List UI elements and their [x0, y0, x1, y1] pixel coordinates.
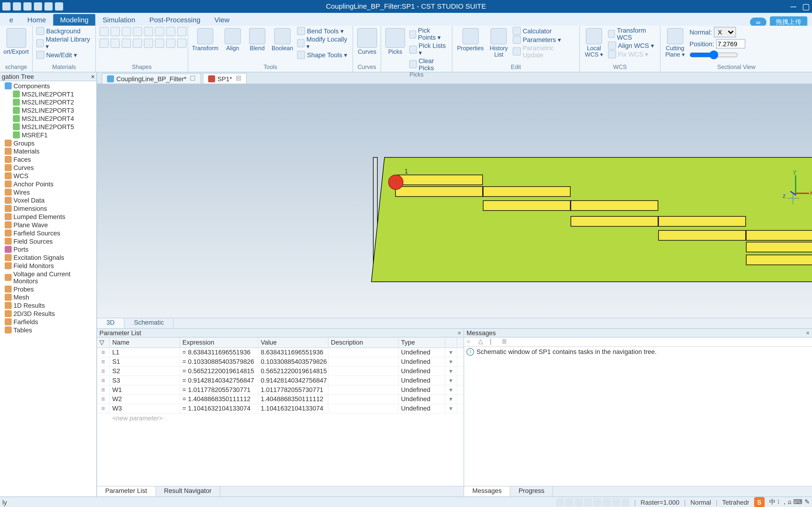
shape-cylinder-icon[interactable]: [122, 27, 131, 36]
local-wcs-button[interactable]: Local WCS ▾: [583, 27, 605, 59]
close-icon[interactable]: ☐: [190, 75, 196, 82]
tree-item[interactable]: Voltage and Current Monitors: [0, 270, 97, 285]
msg-list-icon[interactable]: ≣: [502, 338, 510, 346]
tab-file[interactable]: e: [2, 14, 20, 26]
bottom-tab-messages[interactable]: Messages: [464, 487, 511, 496]
status-icon[interactable]: [621, 498, 630, 506]
param-type[interactable]: Undefined: [399, 376, 446, 385]
pick-points-button[interactable]: Pick Points ▾: [409, 27, 449, 41]
table-row[interactable]: ≡ W3 = 1.1041632104133074 1.104163210413…: [97, 404, 464, 413]
param-desc[interactable]: [328, 385, 399, 394]
param-expr[interactable]: = 0.10330885403579826: [180, 357, 258, 366]
param-type[interactable]: Undefined: [399, 348, 446, 357]
shape-icon[interactable]: [155, 39, 164, 48]
status-icon[interactable]: [584, 498, 592, 506]
param-type[interactable]: Undefined: [399, 385, 446, 394]
sogou-ime-icon[interactable]: S: [754, 497, 765, 507]
bottom-tab-progress[interactable]: Progress: [510, 487, 553, 496]
tree-item[interactable]: Wires: [0, 188, 97, 196]
shape-extrude-icon[interactable]: [166, 27, 175, 36]
position-input[interactable]: [716, 39, 745, 49]
param-expr[interactable]: = 1.4048868350111112: [180, 395, 258, 403]
tree-item[interactable]: Curves: [0, 164, 97, 172]
tree-item[interactable]: 2D/3D Results: [0, 309, 97, 318]
dropdown-icon[interactable]: ▾: [446, 376, 457, 385]
tree-item[interactable]: Anchor Points: [0, 180, 97, 188]
tab-modeling[interactable]: Modeling: [53, 14, 96, 26]
position-slider[interactable]: [689, 50, 739, 60]
tree-item[interactable]: WCS: [0, 172, 97, 180]
dropdown-icon[interactable]: ▾: [446, 348, 457, 357]
ime-status[interactable]: 中 ⁝ ，⩍ ⌨ ✎: [769, 498, 810, 506]
import-export-button[interactable]: ort/Export: [4, 27, 29, 56]
boolean-button[interactable]: Boolean: [271, 27, 294, 52]
new-parameter[interactable]: <new parameter>: [97, 413, 464, 423]
tree-item[interactable]: Lumped Elements: [0, 213, 97, 221]
dropdown-icon[interactable]: ▾: [446, 404, 457, 413]
parameters-button[interactable]: Parameters ▾: [513, 36, 576, 44]
shape-icon[interactable]: [99, 39, 109, 48]
tree-item[interactable]: Components: [0, 82, 97, 90]
qat-undo-icon[interactable]: [44, 2, 53, 10]
dropdown-icon[interactable]: ▾: [446, 367, 457, 376]
material-library-button[interactable]: Material Library ▾: [36, 36, 92, 50]
status-icon[interactable]: [593, 498, 602, 506]
picks-button[interactable]: Picks: [385, 27, 406, 56]
param-desc[interactable]: [328, 404, 399, 413]
param-expr[interactable]: = 1.0117782055730771: [180, 385, 258, 394]
status-icon[interactable]: [603, 498, 611, 506]
tree-item[interactable]: Mesh: [0, 293, 97, 301]
shape-torus-icon[interactable]: [144, 27, 153, 36]
shape-icon[interactable]: [122, 39, 131, 48]
tree-item[interactable]: Plane Wave: [0, 221, 97, 229]
tree-item[interactable]: Dimensions: [0, 205, 97, 213]
shape-icon[interactable]: [177, 39, 187, 48]
shape-sphere-icon[interactable]: [110, 27, 120, 36]
shape-rotate-icon[interactable]: [177, 27, 187, 36]
tree-item[interactable]: Faces: [0, 155, 97, 164]
messages-body[interactable]: i Schematic window of SP1 contains tasks…: [464, 347, 812, 486]
maximize-button[interactable]: ▢: [802, 2, 810, 11]
status-icon[interactable]: [575, 498, 583, 506]
close-icon[interactable]: ×: [91, 73, 95, 80]
doc-tab-filter[interactable]: CouplingLine_BP_Filter*☐: [102, 73, 201, 83]
tree-item[interactable]: Probes: [0, 285, 97, 293]
shape-more-icon[interactable]: [155, 27, 164, 36]
close-icon[interactable]: ☒: [236, 75, 242, 82]
viewport-3d[interactable]: 1 2 y x z: [97, 84, 812, 318]
param-desc[interactable]: [328, 367, 399, 376]
param-expr[interactable]: = 0.91428140342756847: [180, 376, 258, 385]
normal-select[interactable]: X: [714, 27, 736, 37]
table-row[interactable]: ≡ S1 = 0.10330885403579826 0.10330885403…: [97, 357, 464, 367]
qat-redo-icon[interactable]: [55, 2, 63, 10]
view-tab-3d[interactable]: 3D: [97, 318, 124, 328]
status-icon[interactable]: [565, 498, 573, 506]
align-wcs-button[interactable]: Align WCS ▾: [608, 42, 657, 50]
tree-item[interactable]: Farfield Sources: [0, 229, 97, 237]
pick-lists-button[interactable]: Pick Lists ▾: [409, 42, 449, 57]
doc-tab-sp1[interactable]: SP1*☒: [203, 73, 247, 83]
qat-open-icon[interactable]: [13, 2, 21, 10]
tree-item[interactable]: MS2LINE2PORT5: [0, 123, 97, 131]
fix-wcs-button[interactable]: Fix WCS ▾: [608, 50, 657, 58]
shape-brick-icon[interactable]: [99, 27, 109, 36]
table-row[interactable]: ≡ W2 = 1.4048868350111112 1.404886835011…: [97, 395, 464, 404]
tree-item[interactable]: MS2LINE2PORT2: [0, 98, 97, 106]
dropdown-icon[interactable]: ▾: [446, 385, 457, 394]
qat-save-icon[interactable]: [2, 2, 11, 10]
shape-icon[interactable]: [133, 39, 142, 48]
properties-button[interactable]: Properties: [456, 27, 485, 52]
msg-info-icon[interactable]: ○: [467, 338, 475, 346]
table-row[interactable]: ≡ W1 = 1.0117782055730771 1.011778205573…: [97, 385, 464, 395]
tree-item[interactable]: Field Sources: [0, 237, 97, 245]
table-row[interactable]: ≡ S3 = 0.91428140342756847 0.91428140342…: [97, 376, 464, 385]
tree-item[interactable]: Ports: [0, 245, 97, 253]
calculator-button[interactable]: Calculator: [513, 27, 576, 35]
qat-icon[interactable]: [34, 2, 42, 10]
new-edit-button[interactable]: New/Edit ▾: [36, 51, 92, 59]
tree-item[interactable]: Field Monitors: [0, 262, 97, 270]
view-tab-schematic[interactable]: Schematic: [124, 318, 174, 328]
blend-button[interactable]: Blend: [247, 27, 268, 52]
tree-item[interactable]: Excitation Signals: [0, 253, 97, 262]
tree-item[interactable]: Groups: [0, 139, 97, 147]
